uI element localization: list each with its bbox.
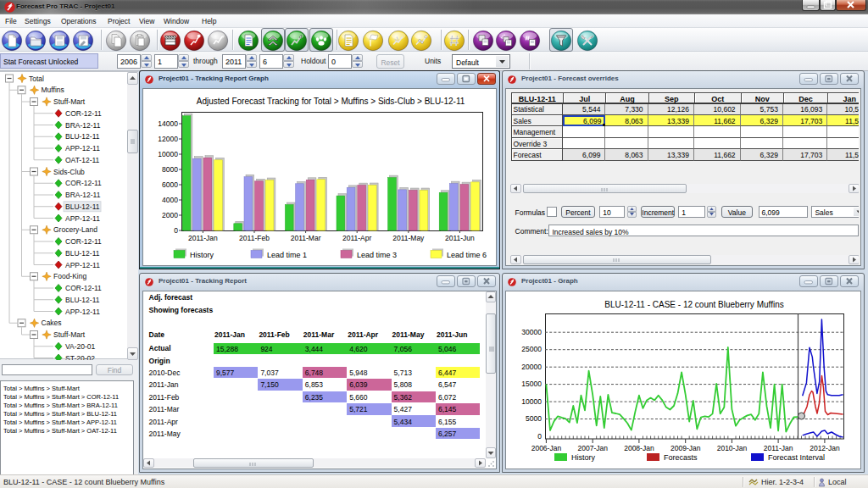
svg-text:Stuff-Mart: Stuff-Mart [53,97,86,106]
svg-text:10000: 10000 [158,150,178,158]
svg-text:Food-King: Food-King [53,272,86,280]
svg-text:Lead time 3: Lead time 3 [357,251,397,259]
svg-text:COR-12-11: COR-12-11 [65,179,102,187]
svg-text:BLU-12-11: BLU-12-11 [65,296,100,304]
svg-text:BLU-12-11 - CASE - 12 count Bl: BLU-12-11 - CASE - 12 count Blueberry Mu… [604,300,783,309]
svg-text:History: History [190,251,214,259]
svg-text:2011-Jan: 2011-Jan [764,444,793,452]
svg-text:2009-Jan: 2009-Jan [670,444,701,452]
svg-text:Sids-Club: Sids-Club [53,168,85,176]
svg-text:Forecasts: Forecasts [664,453,698,462]
svg-text:BLU-12-11: BLU-12-11 [65,132,100,141]
svg-text:2011-Jan: 2011-Jan [188,234,218,242]
svg-text:25000: 25000 [521,345,542,353]
svg-text:COR-12-11: COR-12-11 [65,237,102,246]
svg-text:2011-Apr: 2011-Apr [342,234,372,242]
svg-text:2010-Jan: 2010-Jan [717,444,748,452]
svg-text:Total: Total [29,75,44,83]
svg-text:BLU-12-11: BLU-12-11 [65,202,100,211]
svg-text:Forecast Interval: Forecast Interval [768,453,825,462]
svg-text:History: History [571,453,596,462]
svg-text:2011-Feb: 2011-Feb [239,234,270,242]
svg-text:VA-20-01: VA-20-01 [65,342,96,351]
svg-text:2011-Mar: 2011-Mar [291,234,321,242]
svg-text:5000: 5000 [526,414,542,423]
svg-text:ST-20-02: ST-20-02 [65,354,95,361]
svg-text:8000: 8000 [162,165,178,174]
svg-text:2011-May: 2011-May [392,234,425,242]
svg-text:Muffins: Muffins [42,86,64,94]
svg-text:2011-Jun: 2011-Jun [445,234,475,242]
svg-text:2012-Jan: 2012-Jan [810,444,840,452]
svg-text:0: 0 [537,432,542,441]
svg-text:Cakes: Cakes [42,319,62,327]
svg-text:2007-Jan: 2007-Jan [577,444,608,452]
svg-text:OAT-12-11: OAT-12-11 [65,156,100,164]
svg-text:APP-12-11: APP-12-11 [65,308,100,316]
svg-text:6000: 6000 [162,180,178,189]
svg-text:0: 0 [174,226,178,235]
svg-text:Lead time 6: Lead time 6 [447,251,487,259]
svg-text:APP-12-11: APP-12-11 [65,261,100,269]
svg-text:2000: 2000 [162,211,178,219]
svg-text:Stuff-Mart: Stuff-Mart [53,330,86,339]
svg-text:BRA-12-11: BRA-12-11 [65,121,101,130]
svg-text:14000: 14000 [158,119,178,128]
svg-text:15000: 15000 [521,380,542,388]
svg-text:30000: 30000 [521,328,542,336]
svg-text:COR-12-11: COR-12-11 [65,109,102,118]
svg-text:APP-12-11: APP-12-11 [65,214,100,223]
svg-text:2006-Jan: 2006-Jan [531,444,562,452]
svg-text:10000: 10000 [521,397,542,406]
svg-text:4000: 4000 [162,196,178,204]
svg-text:BLU-12-11: BLU-12-11 [65,249,100,258]
svg-text:COR-12-11: COR-12-11 [65,284,102,292]
svg-text:Adjusted Forecast Tracking for: Adjusted Forecast Tracking for Total > M… [197,97,465,106]
svg-text:20000: 20000 [521,363,542,371]
svg-text:Grocery-Land: Grocery-Land [53,225,97,234]
svg-text:BRA-12-11: BRA-12-11 [65,191,101,199]
svg-text:12000: 12000 [158,135,178,143]
svg-text:APP-12-11: APP-12-11 [65,144,100,152]
svg-text:2008-Jan: 2008-Jan [624,444,654,452]
svg-text:Lead time 1: Lead time 1 [267,251,307,259]
